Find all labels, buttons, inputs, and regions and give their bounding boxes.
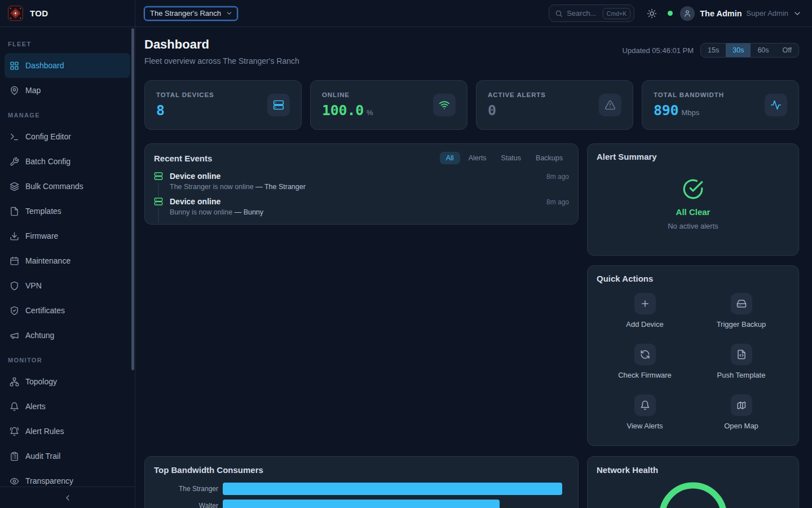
- sidebar-item-label: Alerts: [25, 402, 46, 411]
- quick-action-trigger-backup[interactable]: Trigger Backup: [693, 293, 789, 329]
- sidebar-item-dashboard[interactable]: Dashboard: [5, 53, 130, 78]
- shield-icon: [10, 281, 19, 291]
- sidebar-item-alerts[interactable]: Alerts: [5, 394, 130, 419]
- sidebar-item-transparency[interactable]: Transparency: [5, 468, 130, 487]
- quick-action-chip: [634, 395, 656, 416]
- alert-summary-panel: Alert Summary All Clear No active alerts: [587, 143, 799, 256]
- sidebar-collapse-button[interactable]: [0, 487, 135, 508]
- sidebar-item-label: VPN: [25, 281, 42, 290]
- map-icon: [736, 400, 747, 410]
- quick-action-view-alerts[interactable]: View Alerts: [597, 395, 693, 430]
- event-icon-col: [154, 197, 163, 222]
- sidebar-item-vpn[interactable]: VPN: [5, 273, 130, 298]
- bandwidth-row: Walter: [154, 500, 569, 508]
- sidebar-item-alert-rules[interactable]: Alert Rules: [5, 419, 130, 444]
- event-tab-status[interactable]: Status: [495, 152, 527, 164]
- quick-action-chip: [731, 293, 752, 314]
- refresh-option-30s[interactable]: 30s: [726, 43, 751, 57]
- map-pin-icon: [10, 86, 19, 95]
- network-icon: [10, 377, 19, 387]
- sidebar-item-label: Map: [25, 86, 41, 95]
- user-name: The Admin: [700, 9, 742, 18]
- stat-label: ONLINE: [322, 91, 373, 98]
- sidebar-item-bulk-commands[interactable]: Bulk Commands: [5, 174, 130, 199]
- event-timeline: [158, 183, 159, 197]
- sidebar-item-achtung[interactable]: Achtung: [5, 323, 130, 348]
- sidebar-item-maintenance[interactable]: Maintenance: [5, 248, 130, 273]
- network-health-value: 100: [658, 481, 728, 508]
- search-input[interactable]: [567, 9, 599, 17]
- sidebar-item-batch-config[interactable]: Batch Config: [5, 149, 130, 174]
- quick-action-label: Trigger Backup: [717, 320, 766, 329]
- event-body: Device online 8m ago Bunny is now online…: [170, 197, 569, 222]
- event-tab-alerts[interactable]: Alerts: [462, 152, 493, 164]
- event-tab-all[interactable]: All: [440, 152, 460, 164]
- hard-drive-icon: [736, 299, 747, 309]
- bandwidth-bar[interactable]: [223, 483, 562, 495]
- quick-action-label: Check Firmware: [618, 371, 672, 379]
- page-title: Dashboard: [144, 37, 299, 52]
- stat-value: 8: [156, 102, 165, 119]
- quick-action-add-device[interactable]: Add Device: [597, 293, 693, 329]
- quick-action-label: Push Template: [717, 371, 766, 379]
- quick-action-open-map[interactable]: Open Map: [693, 395, 789, 430]
- quick-action-push-template[interactable]: Push Template: [693, 344, 789, 379]
- right-column: Alert Summary All Clear No active alerts…: [587, 143, 799, 508]
- event-device-name: — The Stranger: [255, 183, 306, 191]
- topbar-right: Cmd+K The Admin Super Admin: [549, 5, 812, 22]
- sun-icon: [647, 8, 657, 19]
- event-time: 8m ago: [546, 198, 569, 206]
- sidebar-item-label: Topology: [25, 377, 57, 386]
- sidebar-section-manage: MANAGEConfig EditorBatch ConfigBulk Comm…: [0, 103, 135, 348]
- search-box[interactable]: Cmd+K: [549, 5, 634, 22]
- sidebar-item-templates[interactable]: Templates: [5, 199, 130, 224]
- check-circle-icon: [682, 178, 704, 200]
- sidebar-item-map[interactable]: Map: [5, 78, 130, 103]
- sidebar-item-firmware[interactable]: Firmware: [5, 224, 130, 248]
- sidebar-item-topology[interactable]: Topology: [5, 369, 130, 394]
- theme-toggle-button[interactable]: [644, 6, 660, 21]
- refresh-option-15s[interactable]: 15s: [701, 43, 726, 57]
- stat-value: 0: [488, 102, 496, 119]
- megaphone-icon: [10, 331, 19, 340]
- calendar-icon: [10, 256, 19, 266]
- download-icon: [10, 231, 19, 241]
- stat-value: 890: [654, 102, 678, 119]
- refresh-interval-segmented-control: 15s30s60sOff: [700, 43, 799, 58]
- brand: TOD: [0, 0, 135, 27]
- sidebar-scrollbar[interactable]: [131, 28, 134, 370]
- sidebar-item-label: Certificates: [25, 306, 65, 315]
- search-icon: [555, 10, 563, 17]
- bandwidth-bar[interactable]: [223, 500, 500, 508]
- org-selector[interactable]: The Stranger's Ranch: [144, 7, 237, 20]
- event-description: The Stranger is now online — The Strange…: [170, 183, 569, 191]
- file-icon: [10, 207, 19, 216]
- main-content: Dashboard Fleet overview across The Stra…: [135, 27, 812, 508]
- sidebar-item-label: Achtung: [25, 331, 54, 340]
- sidebar-item-certificates[interactable]: Certificates: [5, 298, 130, 323]
- recent-events-panel: Recent Events AllAlertsStatusBackups Dev…: [144, 143, 579, 225]
- refresh-option-60s[interactable]: 60s: [751, 43, 775, 57]
- sidebar-item-label: Bulk Commands: [25, 182, 83, 191]
- bandwidth-device-label: The Stranger: [154, 485, 218, 493]
- sidebar-item-audit-trail[interactable]: Audit Trail: [5, 444, 130, 468]
- event-title: Device online: [170, 197, 220, 206]
- refresh-option-off[interactable]: Off: [776, 43, 798, 57]
- left-column: Recent Events AllAlertsStatusBackups Dev…: [144, 143, 579, 508]
- user-menu-chevron-down-icon[interactable]: [793, 9, 802, 18]
- bell-icon: [640, 400, 650, 410]
- sidebar-item-config-editor[interactable]: Config Editor: [5, 124, 130, 149]
- network-health-title: Network Health: [597, 465, 789, 475]
- wifi-icon: [439, 99, 450, 111]
- event-tab-backups[interactable]: Backups: [529, 152, 569, 164]
- alert-triangle-icon: [604, 99, 616, 111]
- page-subtitle: Fleet overview across The Stranger's Ran…: [144, 56, 299, 65]
- quick-action-check-firmware[interactable]: Check Firmware: [597, 344, 693, 379]
- recent-events-title: Recent Events: [154, 154, 212, 163]
- event-row[interactable]: Device online 8m ago Bunny is now online…: [154, 197, 569, 222]
- avatar[interactable]: [680, 6, 695, 21]
- event-row[interactable]: Device online 8m ago The Stranger is now…: [154, 172, 569, 197]
- bandwidth-row: The Stranger: [154, 483, 569, 495]
- stat-card-total-bandwidth: TOTAL BANDWIDTH 890 Mbps: [642, 80, 799, 130]
- stat-icon-chip: [599, 94, 621, 116]
